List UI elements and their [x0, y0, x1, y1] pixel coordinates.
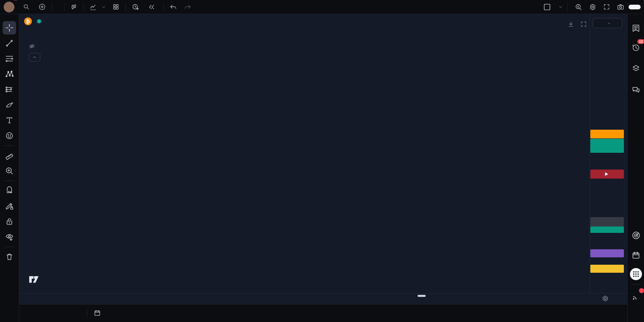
replay-icon — [148, 4, 155, 10]
horizontal-lines-tool-button[interactable] — [3, 52, 16, 65]
drawing-lock-edit-button[interactable] — [3, 199, 16, 213]
legend-collapse-button[interactable] — [29, 53, 40, 62]
settings-button[interactable] — [587, 1, 599, 13]
snapshot-button[interactable] — [614, 1, 627, 13]
hide-drawings-button[interactable] — [3, 230, 16, 244]
toolbar-separator — [52, 3, 52, 11]
chevron-up-icon — [32, 55, 37, 60]
data-connection-button[interactable] — [629, 289, 643, 303]
notification-badge — [14, 0, 17, 0]
range-5y-button[interactable] — [71, 311, 77, 315]
crosshair-date-badge — [418, 295, 426, 297]
chat-button[interactable] — [629, 83, 643, 96]
user-avatar[interactable] — [4, 2, 14, 12]
brush-tool-button[interactable] — [3, 98, 16, 112]
range-6m-button[interactable] — [53, 311, 59, 315]
range-1y-button[interactable] — [65, 311, 71, 315]
text-tool-button[interactable] — [3, 114, 16, 127]
unlock-icon — [5, 217, 14, 226]
interval-button[interactable] — [55, 1, 61, 13]
indicators-button[interactable] — [86, 1, 109, 13]
chart-legend[interactable]: ₿ — [24, 17, 68, 25]
indicator-legend[interactable] — [25, 43, 35, 50]
symbol-search-button[interactable] — [20, 1, 35, 13]
goto-date-button[interactable] — [91, 307, 104, 320]
chart-style-button[interactable] — [67, 1, 80, 13]
range-3m-button[interactable] — [47, 311, 53, 315]
btc-coin-icon: ₿ — [24, 17, 32, 25]
chart-canvas[interactable] — [19, 14, 590, 293]
right-sidebar: 12 — [627, 14, 644, 322]
axis-settings-button[interactable] — [601, 295, 609, 304]
calendar-icon — [632, 251, 640, 260]
measure-tool-button[interactable] — [3, 149, 16, 162]
range-1m-button[interactable] — [41, 311, 47, 315]
bottom-toolbar — [19, 304, 627, 322]
projection-tool-button[interactable] — [3, 83, 16, 96]
price-axis[interactable] — [590, 14, 627, 293]
range-1d-button[interactable] — [29, 311, 35, 315]
zoom-in-tool-button[interactable] — [3, 164, 16, 178]
redo-button[interactable] — [180, 1, 195, 13]
zoom-in-icon — [5, 167, 14, 175]
quick-search-button[interactable] — [573, 1, 585, 13]
plus-circle-icon — [39, 3, 46, 10]
radar-icon — [632, 231, 641, 240]
range-5d-button[interactable] — [35, 311, 41, 315]
magnet-mode-button[interactable] — [3, 184, 16, 197]
alerts-panel-button[interactable]: 12 — [629, 41, 643, 54]
projection-icon — [5, 85, 14, 94]
undo-icon — [170, 3, 177, 11]
lightning-search-icon — [575, 3, 582, 11]
redo-icon — [184, 3, 191, 11]
chevron-down-icon — [607, 21, 611, 25]
alerts-count-badge: 12 — [637, 39, 644, 44]
goto-realtime-button[interactable] — [566, 19, 576, 29]
watchlist-button[interactable] — [629, 21, 643, 35]
layout-select-button[interactable] — [540, 1, 554, 13]
object-tree-button[interactable] — [629, 62, 643, 75]
gear-icon — [601, 295, 609, 303]
connection-alert-dot — [639, 288, 644, 293]
xabcd-pattern-icon — [5, 70, 14, 78]
trash-icon — [5, 252, 14, 261]
camera-icon — [617, 3, 624, 11]
apps-menu-button[interactable] — [629, 267, 643, 281]
compare-add-button[interactable] — [35, 1, 49, 13]
calendar-button[interactable] — [629, 249, 643, 262]
crosshair-tool-button[interactable] — [3, 21, 16, 35]
level-price-badge — [590, 170, 624, 179]
toolbar-divider — [4, 145, 14, 146]
range-all-button[interactable] — [77, 311, 84, 315]
maximize-pane-button[interactable] — [579, 19, 588, 29]
alert-button[interactable] — [128, 1, 145, 13]
remove-drawings-button[interactable] — [3, 250, 16, 263]
range-ytd-button[interactable] — [59, 311, 65, 315]
chevron-down-icon — [102, 5, 106, 9]
magnet-icon — [5, 186, 14, 195]
grid-layout-icon — [112, 3, 119, 10]
toolbar-divider — [4, 247, 14, 247]
layout-menu-chevron-icon[interactable] — [558, 5, 563, 9]
eye-off-icon[interactable] — [29, 43, 35, 50]
screener-button[interactable] — [629, 229, 643, 242]
axis-currency-selector[interactable] — [593, 18, 622, 28]
volume-axis-badge — [590, 227, 624, 233]
lock-all-drawings-button[interactable] — [3, 215, 16, 228]
drawing-toolbar — [0, 14, 19, 322]
publish-button[interactable] — [629, 5, 641, 9]
toolbar-separator — [83, 3, 84, 11]
fullscreen-icon — [603, 3, 610, 10]
left-arrow-marker-icon — [605, 172, 608, 176]
topbar-right-cluster — [540, 1, 644, 13]
replay-button[interactable] — [145, 1, 161, 13]
candlestick-icon — [70, 3, 77, 11]
emoji-tool-button[interactable] — [3, 129, 16, 142]
pattern-tool-button[interactable] — [3, 67, 16, 81]
layout-grid-button[interactable] — [109, 1, 123, 13]
undo-button[interactable] — [166, 1, 180, 13]
trend-line-tool-button[interactable] — [3, 37, 16, 50]
fullscreen-button[interactable] — [601, 1, 612, 13]
time-axis[interactable] — [19, 293, 627, 304]
tradingview-logo-icon — [29, 275, 39, 284]
